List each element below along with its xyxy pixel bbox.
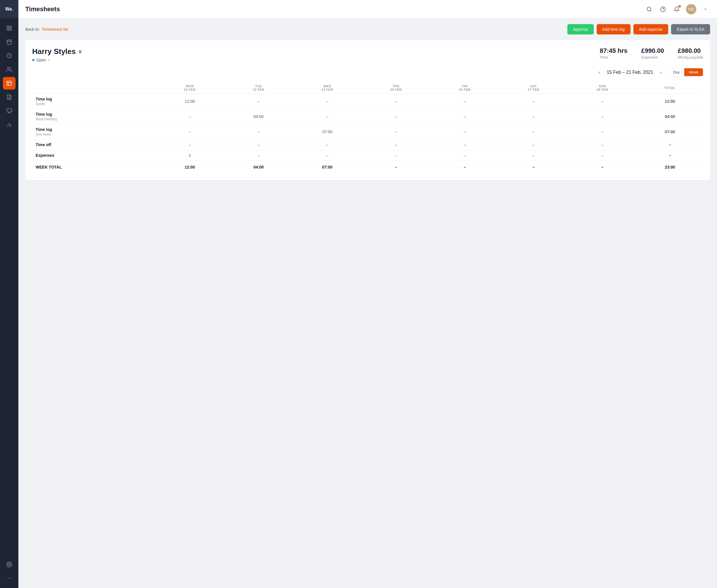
cell-3-0[interactable]: –: [156, 140, 224, 150]
sidebar-item-dashboard[interactable]: [3, 22, 16, 35]
help-icon[interactable]: [658, 5, 668, 14]
cell-4-6[interactable]: –: [568, 150, 637, 161]
stat-money: £980.00 Money payable: [678, 47, 703, 59]
sidebar-item-timesheets[interactable]: [3, 77, 16, 89]
cell-4-0[interactable]: 1: [156, 150, 224, 161]
timesheet-table: MON 22 FEB TUE 23 FEB WED 24 FEB THU: [32, 82, 703, 173]
cell-3-6[interactable]: –: [568, 140, 637, 150]
week-total-cell-2: 07:00: [293, 161, 362, 174]
table-row[interactable]: Time logWork meeting–04:00–––––04:00: [32, 109, 703, 124]
col-header-sun: SUN 28 FEB: [568, 82, 637, 94]
svg-rect-2: [7, 29, 9, 30]
sidebar-item-calendar[interactable]: [3, 36, 16, 48]
svg-point-21: [8, 564, 10, 565]
person-name-dropdown[interactable]: Harry Styles ∨: [32, 47, 82, 56]
cell-3-4[interactable]: –: [430, 140, 499, 150]
col-header-label: [32, 82, 156, 94]
table-row[interactable]: Time logQuote12:00––––––12:00: [32, 94, 703, 109]
card-header: Harry Styles ∨ Open ∨ 87:45 hrs Time: [32, 47, 703, 62]
user-avatar[interactable]: HS: [686, 4, 696, 14]
col-header-thu: THU 25 FEB: [362, 82, 430, 94]
breadcrumb-link[interactable]: Timesheets list: [42, 27, 68, 31]
sidebar-item-users[interactable]: [3, 63, 16, 76]
cell-4-5[interactable]: –: [499, 150, 568, 161]
table-row[interactable]: Time off––––––––: [32, 140, 703, 150]
breadcrumb-back-label: Back to:: [25, 27, 40, 31]
stat-money-value: £980.00: [678, 47, 703, 55]
next-week-button[interactable]: ›: [657, 68, 665, 76]
notification-badge: [678, 5, 681, 7]
week-total-row: WEEK TOTAL12:0004:0007:00––––23:00: [32, 161, 703, 174]
cell-1-1[interactable]: 04:00: [224, 109, 293, 124]
row-label-1: Time logWork meeting: [32, 109, 156, 124]
cell-3-3[interactable]: –: [362, 140, 430, 150]
cell-0-1[interactable]: –: [224, 94, 293, 109]
cell-2-6[interactable]: –: [568, 124, 637, 140]
sidebar-item-display[interactable]: [3, 105, 16, 117]
col-header-sat: SAT 27 FEB: [499, 82, 568, 94]
week-total-cell-6: –: [568, 161, 637, 174]
person-chevron-icon: ∨: [78, 48, 82, 55]
cell-0-4[interactable]: –: [430, 94, 499, 109]
cell-4-2[interactable]: –: [293, 150, 362, 161]
cell-2-3[interactable]: –: [362, 124, 430, 140]
cell-0-6[interactable]: –: [568, 94, 637, 109]
week-total-cell-0: 12:00: [156, 161, 224, 174]
status-chevron-icon: ∨: [48, 58, 50, 62]
cell-1-5[interactable]: –: [499, 109, 568, 124]
row-total-0: 12:00: [637, 94, 703, 109]
view-toggle: Day Week: [668, 68, 703, 76]
cell-1-6[interactable]: –: [568, 109, 637, 124]
table-header-row: MON 22 FEB TUE 23 FEB WED 24 FEB THU: [32, 82, 703, 94]
table-row[interactable]: Expenses1–––––––: [32, 150, 703, 161]
sidebar-item-clock[interactable]: [3, 49, 16, 62]
cell-1-4[interactable]: –: [430, 109, 499, 124]
stat-time-value: 87:45 hrs: [600, 47, 628, 55]
cell-2-5[interactable]: –: [499, 124, 568, 140]
row-total-4: –: [637, 150, 703, 161]
table-body: Time logQuote12:00––––––12:00Time logWor…: [32, 94, 703, 174]
notifications-icon[interactable]: [672, 5, 681, 14]
sidebar-item-settings[interactable]: [3, 558, 16, 571]
breadcrumb-bar: Back to: Timesheets list Approve Add tim…: [25, 24, 710, 35]
approve-button[interactable]: Approve: [567, 24, 594, 35]
app-logo[interactable]: We.: [0, 0, 18, 18]
prev-week-button[interactable]: ‹: [595, 68, 603, 76]
add-time-log-button[interactable]: Add time log: [597, 24, 631, 35]
cell-2-4[interactable]: –: [430, 124, 499, 140]
sidebar-expand-button[interactable]: →: [3, 572, 16, 585]
week-view-button[interactable]: Week: [684, 68, 703, 76]
sidebar-item-chart[interactable]: [3, 118, 16, 131]
week-total-cell-3: –: [362, 161, 430, 174]
cell-0-0[interactable]: 12:00: [156, 94, 224, 109]
add-expense-button[interactable]: Add expense: [633, 24, 669, 35]
cell-4-1[interactable]: –: [224, 150, 293, 161]
person-name-text: Harry Styles: [32, 47, 76, 56]
stat-time: 87:45 hrs Time: [600, 47, 628, 59]
cell-2-2[interactable]: 07:00: [293, 124, 362, 140]
stat-time-label: Time: [600, 55, 628, 59]
table-row[interactable]: Time logSick leave––07:00––––07:00: [32, 124, 703, 140]
day-view-button[interactable]: Day: [669, 68, 684, 76]
cell-3-5[interactable]: –: [499, 140, 568, 150]
cell-4-4[interactable]: –: [430, 150, 499, 161]
cell-4-3[interactable]: –: [362, 150, 430, 161]
cell-0-3[interactable]: –: [362, 94, 430, 109]
cell-3-2[interactable]: –: [293, 140, 362, 150]
cell-1-2[interactable]: –: [293, 109, 362, 124]
svg-rect-1: [10, 26, 12, 28]
cell-1-3[interactable]: –: [362, 109, 430, 124]
svg-rect-10: [7, 81, 12, 86]
cell-0-5[interactable]: –: [499, 94, 568, 109]
cell-2-0[interactable]: –: [156, 124, 224, 140]
status-text: Open: [36, 58, 46, 62]
export-button[interactable]: Export to XLSX: [671, 24, 710, 35]
status-badge[interactable]: Open ∨: [32, 58, 82, 62]
sidebar-item-notes[interactable]: [3, 91, 16, 103]
profile-chevron-icon[interactable]: [701, 5, 710, 14]
cell-3-1[interactable]: –: [224, 140, 293, 150]
cell-2-1[interactable]: –: [224, 124, 293, 140]
cell-0-2[interactable]: –: [293, 94, 362, 109]
cell-1-0[interactable]: –: [156, 109, 224, 124]
search-icon[interactable]: [644, 5, 654, 14]
